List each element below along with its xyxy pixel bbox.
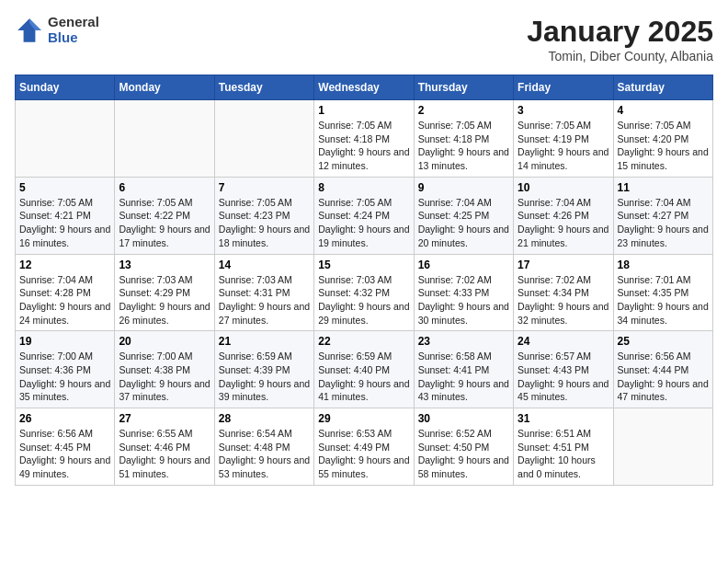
day-info: Sunrise: 7:01 AM Sunset: 4:35 PM Dayligh… xyxy=(618,273,709,327)
day-number: 28 xyxy=(219,412,310,425)
calendar-cell: 27Sunrise: 6:55 AM Sunset: 4:46 PM Dayli… xyxy=(115,408,214,486)
column-header-friday: Friday xyxy=(514,75,613,100)
column-header-thursday: Thursday xyxy=(414,75,513,100)
day-info: Sunrise: 7:05 AM Sunset: 4:24 PM Dayligh… xyxy=(318,196,409,250)
day-number: 2 xyxy=(418,104,509,117)
day-number: 13 xyxy=(119,259,210,271)
calendar-cell: 18Sunrise: 7:01 AM Sunset: 4:35 PM Dayli… xyxy=(613,254,712,331)
day-number: 9 xyxy=(418,181,509,194)
day-number: 19 xyxy=(19,335,110,348)
calendar-cell: 5Sunrise: 7:05 AM Sunset: 4:21 PM Daylig… xyxy=(16,177,115,254)
day-info: Sunrise: 7:05 AM Sunset: 4:20 PM Dayligh… xyxy=(618,119,709,173)
day-number: 30 xyxy=(418,412,509,425)
day-number: 24 xyxy=(518,335,609,348)
calendar-title: January 2025 xyxy=(527,15,713,49)
calendar-cell: 2Sunrise: 7:05 AM Sunset: 4:18 PM Daylig… xyxy=(414,100,513,178)
calendar-cell xyxy=(115,100,214,178)
calendar-cell: 26Sunrise: 6:56 AM Sunset: 4:45 PM Dayli… xyxy=(16,408,115,486)
calendar-cell: 15Sunrise: 7:03 AM Sunset: 4:32 PM Dayli… xyxy=(314,254,414,331)
day-number: 3 xyxy=(518,104,609,117)
calendar-cell: 4Sunrise: 7:05 AM Sunset: 4:20 PM Daylig… xyxy=(613,100,712,178)
day-info: Sunrise: 7:04 AM Sunset: 4:28 PM Dayligh… xyxy=(19,273,110,327)
day-info: Sunrise: 6:52 AM Sunset: 4:50 PM Dayligh… xyxy=(418,427,509,481)
day-number: 25 xyxy=(618,335,709,348)
logo: General Blue xyxy=(15,15,99,45)
calendar-cell: 21Sunrise: 6:59 AM Sunset: 4:39 PM Dayli… xyxy=(214,331,313,408)
day-info: Sunrise: 7:04 AM Sunset: 4:25 PM Dayligh… xyxy=(418,196,509,250)
day-number: 22 xyxy=(318,335,409,348)
calendar-cell: 22Sunrise: 6:59 AM Sunset: 4:40 PM Dayli… xyxy=(314,331,414,408)
day-info: Sunrise: 7:03 AM Sunset: 4:32 PM Dayligh… xyxy=(318,273,409,327)
calendar-cell: 20Sunrise: 7:00 AM Sunset: 4:38 PM Dayli… xyxy=(115,331,214,408)
header-row: SundayMondayTuesdayWednesdayThursdayFrid… xyxy=(16,75,713,100)
column-header-tuesday: Tuesday xyxy=(214,75,313,100)
calendar-cell xyxy=(613,408,712,486)
calendar-cell: 24Sunrise: 6:57 AM Sunset: 4:43 PM Dayli… xyxy=(514,331,613,408)
day-number: 10 xyxy=(518,181,609,194)
logo-text: General Blue xyxy=(48,15,99,45)
calendar-cell: 6Sunrise: 7:05 AM Sunset: 4:22 PM Daylig… xyxy=(115,177,214,254)
logo-general-text: General xyxy=(48,15,99,30)
calendar-cell: 7Sunrise: 7:05 AM Sunset: 4:23 PM Daylig… xyxy=(214,177,313,254)
day-number: 26 xyxy=(19,412,110,425)
day-info: Sunrise: 7:05 AM Sunset: 4:22 PM Dayligh… xyxy=(119,196,210,250)
column-header-monday: Monday xyxy=(115,75,214,100)
day-info: Sunrise: 6:59 AM Sunset: 4:39 PM Dayligh… xyxy=(219,350,310,404)
calendar-cell xyxy=(214,100,313,178)
week-row-1: 1Sunrise: 7:05 AM Sunset: 4:18 PM Daylig… xyxy=(16,100,713,178)
day-number: 14 xyxy=(219,259,310,271)
day-number: 7 xyxy=(219,181,310,194)
day-info: Sunrise: 6:54 AM Sunset: 4:48 PM Dayligh… xyxy=(219,427,310,481)
day-info: Sunrise: 6:51 AM Sunset: 4:51 PM Dayligh… xyxy=(518,427,609,481)
day-info: Sunrise: 7:00 AM Sunset: 4:38 PM Dayligh… xyxy=(119,350,210,404)
day-number: 23 xyxy=(418,335,509,348)
day-info: Sunrise: 7:05 AM Sunset: 4:21 PM Dayligh… xyxy=(19,196,110,250)
day-number: 21 xyxy=(219,335,310,348)
day-info: Sunrise: 7:02 AM Sunset: 4:34 PM Dayligh… xyxy=(518,273,609,327)
day-info: Sunrise: 7:05 AM Sunset: 4:18 PM Dayligh… xyxy=(318,119,409,173)
day-number: 17 xyxy=(518,259,609,271)
day-info: Sunrise: 6:58 AM Sunset: 4:41 PM Dayligh… xyxy=(418,350,509,404)
calendar-cell: 8Sunrise: 7:05 AM Sunset: 4:24 PM Daylig… xyxy=(314,177,414,254)
calendar-cell: 30Sunrise: 6:52 AM Sunset: 4:50 PM Dayli… xyxy=(414,408,513,486)
calendar-cell: 11Sunrise: 7:04 AM Sunset: 4:27 PM Dayli… xyxy=(613,177,712,254)
day-info: Sunrise: 6:56 AM Sunset: 4:44 PM Dayligh… xyxy=(618,350,709,404)
calendar-cell: 25Sunrise: 6:56 AM Sunset: 4:44 PM Dayli… xyxy=(613,331,712,408)
calendar-subtitle: Tomin, Diber County, Albania xyxy=(527,49,713,63)
week-row-4: 19Sunrise: 7:00 AM Sunset: 4:36 PM Dayli… xyxy=(16,331,713,408)
calendar-table: SundayMondayTuesdayWednesdayThursdayFrid… xyxy=(15,75,713,486)
calendar-cell: 3Sunrise: 7:05 AM Sunset: 4:19 PM Daylig… xyxy=(514,100,613,178)
day-number: 11 xyxy=(618,181,709,194)
title-area: January 2025 Tomin, Diber County, Albani… xyxy=(527,15,713,63)
day-info: Sunrise: 6:59 AM Sunset: 4:40 PM Dayligh… xyxy=(318,350,409,404)
day-info: Sunrise: 7:02 AM Sunset: 4:33 PM Dayligh… xyxy=(418,273,509,327)
week-row-2: 5Sunrise: 7:05 AM Sunset: 4:21 PM Daylig… xyxy=(16,177,713,254)
calendar-cell: 10Sunrise: 7:04 AM Sunset: 4:26 PM Dayli… xyxy=(514,177,613,254)
calendar-cell: 31Sunrise: 6:51 AM Sunset: 4:51 PM Dayli… xyxy=(514,408,613,486)
day-number: 4 xyxy=(618,104,709,117)
calendar-cell: 19Sunrise: 7:00 AM Sunset: 4:36 PM Dayli… xyxy=(16,331,115,408)
calendar-cell: 13Sunrise: 7:03 AM Sunset: 4:29 PM Dayli… xyxy=(115,254,214,331)
logo-blue-text: Blue xyxy=(48,30,99,46)
week-row-5: 26Sunrise: 6:56 AM Sunset: 4:45 PM Dayli… xyxy=(16,408,713,486)
day-info: Sunrise: 7:03 AM Sunset: 4:29 PM Dayligh… xyxy=(119,273,210,327)
day-number: 16 xyxy=(418,259,509,271)
week-row-3: 12Sunrise: 7:04 AM Sunset: 4:28 PM Dayli… xyxy=(16,254,713,331)
day-number: 15 xyxy=(318,259,409,271)
calendar-cell: 28Sunrise: 6:54 AM Sunset: 4:48 PM Dayli… xyxy=(214,408,313,486)
day-info: Sunrise: 6:56 AM Sunset: 4:45 PM Dayligh… xyxy=(19,427,110,481)
logo-icon xyxy=(15,16,44,45)
calendar-cell: 14Sunrise: 7:03 AM Sunset: 4:31 PM Dayli… xyxy=(214,254,313,331)
calendar-cell: 1Sunrise: 7:05 AM Sunset: 4:18 PM Daylig… xyxy=(314,100,414,178)
calendar-cell: 16Sunrise: 7:02 AM Sunset: 4:33 PM Dayli… xyxy=(414,254,513,331)
day-info: Sunrise: 7:04 AM Sunset: 4:26 PM Dayligh… xyxy=(518,196,609,250)
day-number: 29 xyxy=(318,412,409,425)
day-number: 18 xyxy=(618,259,709,271)
column-header-saturday: Saturday xyxy=(613,75,712,100)
calendar-cell: 23Sunrise: 6:58 AM Sunset: 4:41 PM Dayli… xyxy=(414,331,513,408)
day-info: Sunrise: 6:53 AM Sunset: 4:49 PM Dayligh… xyxy=(318,427,409,481)
day-info: Sunrise: 7:03 AM Sunset: 4:31 PM Dayligh… xyxy=(219,273,310,327)
day-info: Sunrise: 7:05 AM Sunset: 4:18 PM Dayligh… xyxy=(418,119,509,173)
day-number: 6 xyxy=(119,181,210,194)
day-number: 12 xyxy=(19,259,110,271)
